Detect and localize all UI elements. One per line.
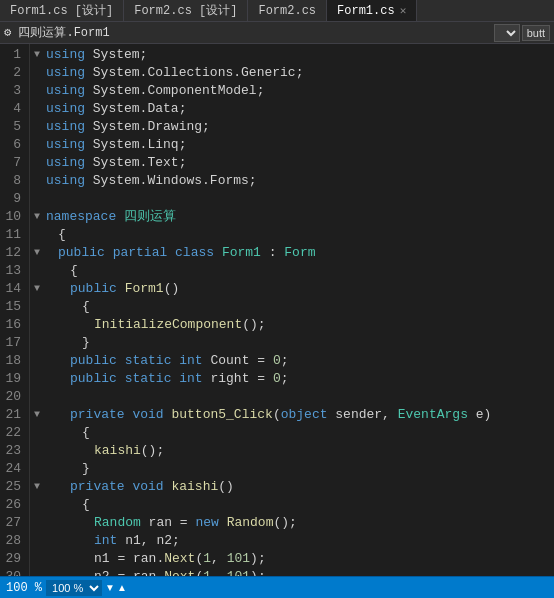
code-token: InitializeComponent	[94, 317, 242, 332]
code-token: System.Text;	[85, 155, 186, 170]
code-token: using	[46, 137, 85, 152]
code-token: 101	[227, 569, 250, 576]
close-icon[interactable]: ✕	[400, 4, 407, 17]
code-token: int	[179, 371, 202, 386]
butt-button[interactable]: butt	[522, 25, 550, 41]
collapse-icon[interactable]: ▼	[34, 208, 46, 226]
code-token	[214, 245, 222, 260]
code-indent: int n1, n2;	[94, 532, 180, 550]
line-number: 28	[0, 532, 25, 550]
code-token: public	[70, 353, 117, 368]
code-token: 1	[203, 569, 211, 576]
code-line	[34, 190, 554, 208]
code-token: ,	[211, 551, 227, 566]
code-token: n1, n2;	[117, 533, 179, 548]
tab-form2-cs[interactable]: Form2.cs	[248, 0, 327, 21]
code-token: using	[46, 47, 85, 62]
code-token: :	[261, 245, 284, 260]
code-indent: kaishi();	[94, 442, 164, 460]
code-line: kaishi();	[34, 442, 554, 460]
code-token: partial	[113, 245, 168, 260]
code-token: {	[82, 425, 90, 440]
tab-form1-cs[interactable]: Form1.cs ✕	[327, 0, 417, 21]
code-line: public static int Count = 0;	[34, 352, 554, 370]
code-token: ()	[164, 281, 180, 296]
code-indent: }	[82, 460, 90, 478]
code-indent: {	[58, 226, 66, 244]
code-line: ▼public partial class Form1 : Form	[34, 244, 554, 262]
code-line: }	[34, 334, 554, 352]
code-line: Random ran = new Random();	[34, 514, 554, 532]
collapse-icon[interactable]: ▼	[34, 46, 46, 64]
breadcrumb: ⚙ 四则运算.Form1	[4, 24, 494, 41]
line-number: 4	[0, 100, 25, 118]
code-line: using System.Linq;	[34, 136, 554, 154]
code-line: ▼public Form1()	[34, 280, 554, 298]
code-token: System;	[85, 47, 147, 62]
code-line	[34, 388, 554, 406]
code-token: {	[58, 227, 66, 242]
code-token: public	[70, 371, 117, 386]
zoom-down-button[interactable]: ▼	[104, 582, 116, 593]
zoom-arrows: ▼ ▲	[104, 582, 128, 593]
code-token: private	[70, 479, 125, 494]
code-indent: public Form1()	[70, 280, 179, 298]
code-indent: using System.Collections.Generic;	[46, 64, 303, 82]
code-token: 0	[273, 353, 281, 368]
tab-form1-design[interactable]: Form1.cs [设计]	[0, 0, 124, 21]
code-indent: using System.Windows.Forms;	[46, 172, 257, 190]
member-dropdown[interactable]	[494, 24, 520, 42]
line-number: 13	[0, 262, 25, 280]
code-token: e)	[468, 407, 491, 422]
code-token	[167, 245, 175, 260]
tab-form2-design[interactable]: Form2.cs [设计]	[124, 0, 248, 21]
code-indent: using System.Text;	[46, 154, 186, 172]
code-indent: private void kaishi()	[70, 478, 234, 496]
code-token: private	[70, 407, 125, 422]
code-token: );	[250, 569, 266, 576]
line-number: 11	[0, 226, 25, 244]
line-number: 12	[0, 244, 25, 262]
code-token: ();	[141, 443, 164, 458]
code-indent: {	[82, 424, 90, 442]
code-token: public	[70, 281, 117, 296]
code-token: );	[250, 551, 266, 566]
collapse-icon[interactable]: ▼	[34, 406, 46, 424]
code-token: {	[82, 497, 90, 512]
code-line: n1 = ran.Next(1, 101);	[34, 550, 554, 568]
line-number: 6	[0, 136, 25, 154]
code-token: int	[94, 533, 117, 548]
line-number: 25	[0, 478, 25, 496]
code-line: using System.Drawing;	[34, 118, 554, 136]
collapse-icon[interactable]: ▼	[34, 244, 46, 262]
code-token: System.ComponentModel;	[85, 83, 264, 98]
code-token: using	[46, 173, 85, 188]
code-indent: }	[82, 334, 90, 352]
code-line: using System.Windows.Forms;	[34, 172, 554, 190]
code-indent: private void button5_Click(object sender…	[70, 406, 491, 424]
code-line: using System.ComponentModel;	[34, 82, 554, 100]
code-token	[105, 245, 113, 260]
code-token: System.Drawing;	[85, 119, 210, 134]
collapse-icon[interactable]: ▼	[34, 280, 46, 298]
zoom-up-button[interactable]: ▲	[116, 582, 128, 593]
code-indent: public static int Count = 0;	[70, 352, 289, 370]
code-content: ▼using System;using System.Collections.G…	[30, 44, 554, 576]
code-token: using	[46, 83, 85, 98]
code-line: {	[34, 226, 554, 244]
code-token: new	[195, 515, 218, 530]
code-line: using System.Data;	[34, 100, 554, 118]
code-indent: InitializeComponent();	[94, 316, 266, 334]
code-token: ;	[281, 353, 289, 368]
line-number: 19	[0, 370, 25, 388]
code-editor[interactable]: 1234567891011121314151617181920212223242…	[0, 44, 554, 576]
code-line: using System.Text;	[34, 154, 554, 172]
code-token: using	[46, 155, 85, 170]
code-token: right =	[203, 371, 273, 386]
zoom-dropdown[interactable]: 100 % 75 % 125 % 150 %	[46, 580, 102, 596]
line-number: 21	[0, 406, 25, 424]
collapse-icon[interactable]: ▼	[34, 478, 46, 496]
code-token: button5_Click	[171, 407, 272, 422]
code-token: Form1	[222, 245, 261, 260]
code-token: 四则运算	[124, 209, 176, 224]
